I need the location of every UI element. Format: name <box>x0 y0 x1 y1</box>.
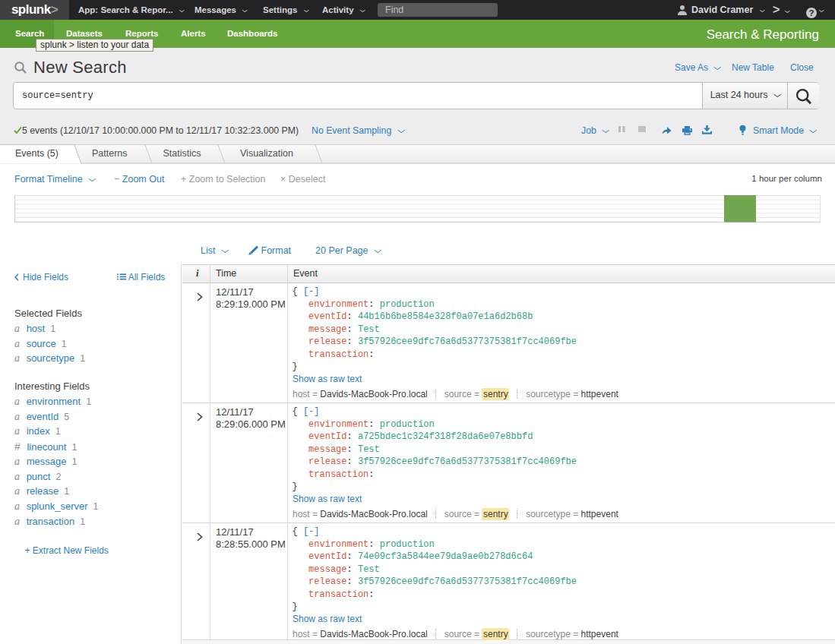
svg-text:Visualization: Visualization <box>240 148 293 159</box>
svg-text:Events (5): Events (5) <box>15 148 59 159</box>
svg-text:Patterns: Patterns <box>92 148 128 159</box>
svg-text:Statistics: Statistics <box>163 148 201 159</box>
